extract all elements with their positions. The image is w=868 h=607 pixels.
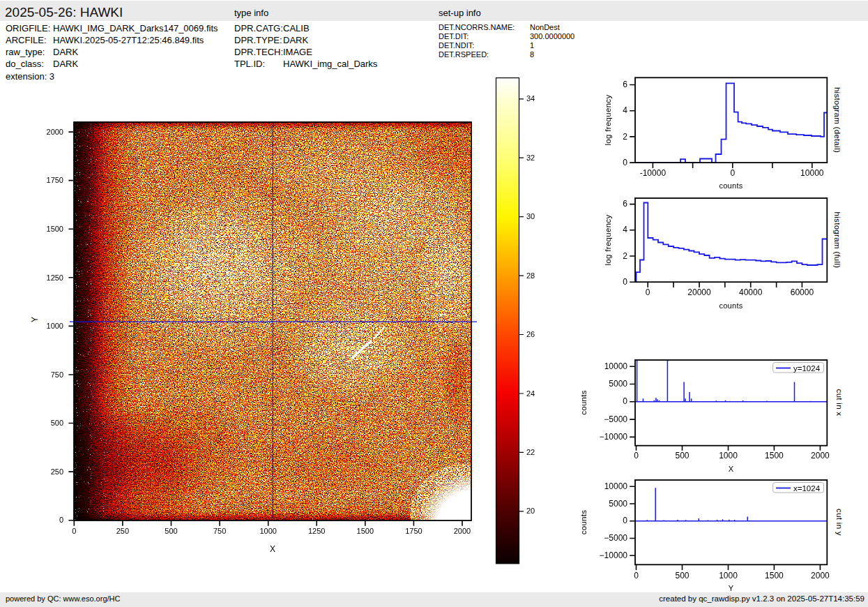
svg-text:10000: 10000 [604,361,628,371]
svg-text:y=1024: y=1024 [793,364,821,373]
svg-text:500: 500 [675,451,689,460]
svg-text:0: 0 [72,527,76,535]
svg-text:−10000: −10000 [600,432,628,442]
svg-text:30: 30 [526,212,535,220]
svg-text:1500: 1500 [47,225,63,233]
svg-text:counts: counts [579,510,588,535]
svg-text:1500: 1500 [765,451,784,460]
svg-text:−10000: −10000 [600,550,628,560]
svg-text:500: 500 [165,527,177,535]
svg-text:X: X [270,544,275,554]
svg-text:-10000: -10000 [640,168,667,178]
svg-text:1750: 1750 [47,176,63,184]
svg-text:1000: 1000 [47,322,63,330]
svg-text:26: 26 [526,330,535,338]
svg-text:histogram (detail): histogram (detail) [833,87,842,153]
svg-text:1750: 1750 [405,527,422,535]
svg-text:250: 250 [116,527,129,535]
svg-text:Y: Y [30,317,40,322]
svg-text:cut in x: cut in x [835,389,844,417]
svg-text:counts: counts [579,390,588,415]
svg-text:22: 22 [526,448,535,456]
svg-text:counts: counts [719,301,743,310]
svg-text:log frequency: log frequency [604,215,612,266]
svg-text:2: 2 [623,251,627,261]
svg-text:1250: 1250 [308,527,325,535]
svg-text:5000: 5000 [609,379,627,389]
svg-text:log frequency: log frequency [604,95,612,146]
svg-text:10000: 10000 [800,168,824,178]
svg-text:10000: 10000 [604,481,628,491]
svg-text:X: X [729,465,734,473]
svg-text:2000: 2000 [811,451,830,460]
svg-text:1500: 1500 [357,527,374,535]
svg-text:1000: 1000 [719,451,738,460]
svg-text:0: 0 [623,277,627,287]
svg-text:counts: counts [719,181,743,190]
svg-text:x=1024: x=1024 [793,484,821,493]
svg-text:histogram (full): histogram (full) [833,212,842,269]
svg-text:0: 0 [623,396,627,406]
svg-text:5000: 5000 [609,499,627,509]
svg-text:28: 28 [526,271,535,280]
svg-text:4: 4 [623,225,627,234]
svg-text:32: 32 [526,153,535,162]
svg-text:750: 750 [51,370,63,379]
svg-text:20: 20 [526,507,535,515]
svg-text:0: 0 [646,287,650,297]
svg-text:2000: 2000 [454,527,471,535]
svg-text:0: 0 [623,516,627,525]
svg-text:24: 24 [526,389,535,398]
svg-text:1500: 1500 [765,571,784,580]
svg-text:−5000: −5000 [604,533,627,543]
svg-text:60000: 60000 [791,287,814,297]
svg-text:2: 2 [623,132,627,142]
svg-text:Y: Y [729,584,734,592]
svg-text:500: 500 [51,419,63,427]
svg-text:cut in y: cut in y [835,509,844,536]
svg-text:0: 0 [623,158,627,167]
svg-text:34: 34 [526,94,535,103]
svg-text:1000: 1000 [259,527,276,535]
svg-text:500: 500 [675,571,689,580]
svg-text:4: 4 [623,105,627,115]
svg-text:1250: 1250 [47,273,63,282]
svg-text:40000: 40000 [739,287,763,297]
svg-text:6: 6 [623,199,627,209]
svg-text:20000: 20000 [687,287,711,297]
svg-text:−5000: −5000 [604,414,627,424]
svg-text:250: 250 [51,467,63,476]
svg-text:750: 750 [213,527,226,535]
svg-text:0: 0 [634,571,639,580]
svg-text:0: 0 [730,168,735,178]
svg-text:0: 0 [59,516,63,524]
svg-text:0: 0 [634,451,639,460]
svg-text:6: 6 [623,80,627,89]
svg-text:2000: 2000 [47,128,63,136]
svg-text:2000: 2000 [811,571,830,580]
svg-text:1000: 1000 [719,571,738,580]
